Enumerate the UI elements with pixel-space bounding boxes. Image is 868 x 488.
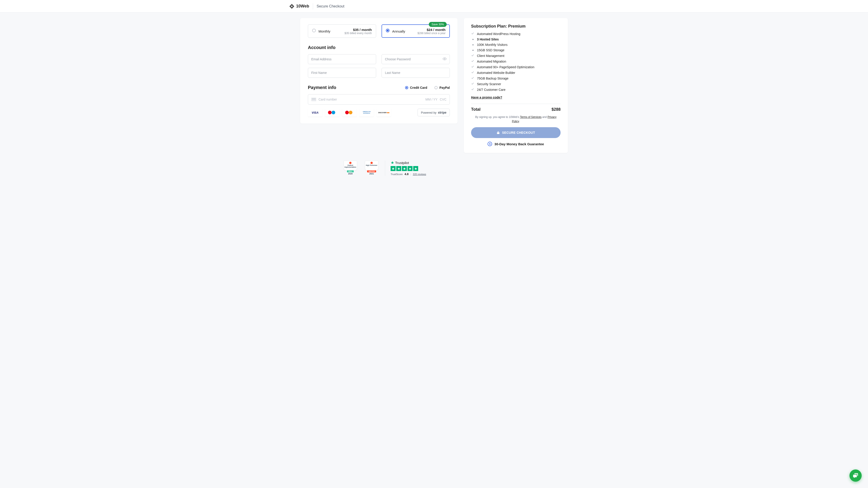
- password-field[interactable]: [381, 54, 450, 64]
- discover-icon: DISCOVER: [377, 108, 391, 117]
- account-section-title: Account info: [308, 45, 450, 50]
- checkout-form-card: Monthly $35 / month $35 billed every mon…: [300, 18, 458, 124]
- plan-annually-label: Annually: [392, 29, 405, 33]
- trustpilot-name: Trustpilot: [395, 161, 409, 165]
- page-title: Secure Checkout: [317, 4, 344, 8]
- card-cvc-placeholder: CVC: [440, 98, 446, 101]
- feature-item: 3 Hosted Sites: [471, 37, 561, 41]
- email-field[interactable]: [308, 54, 376, 64]
- amex-icon: AMERICANEXPRESS: [360, 108, 374, 117]
- trustpilot-stars: ★★★★★: [391, 166, 418, 171]
- first-name-field[interactable]: [308, 68, 376, 78]
- secure-checkout-button[interactable]: SECURE CHECKOUT: [471, 127, 561, 138]
- promo-code-link[interactable]: Have a promo code?: [471, 96, 502, 99]
- payment-method-label: PayPal: [439, 86, 450, 90]
- powered-by-stripe: Powered by stripe: [417, 109, 450, 116]
- stripe-prefix: Powered by: [421, 111, 436, 114]
- check-icon: [471, 32, 475, 36]
- feature-item: 24/7 Customer Care: [471, 88, 561, 92]
- legal-text: By signing up, you agree to 10Web's Term…: [471, 115, 561, 124]
- feature-item: Automated 90+ PageSpeed Optimization: [471, 65, 561, 69]
- g2-badge-fastest: Fastest Implementation FALL 2020: [342, 161, 358, 175]
- app-header: 10Web Secure Checkout: [0, 0, 868, 13]
- divider: [471, 104, 561, 104]
- star-icon: ★: [391, 161, 394, 165]
- bullet-icon: [471, 50, 475, 51]
- order-summary-card: Subscription Plan: Premium Automated Wor…: [464, 18, 568, 153]
- payment-method-label: Credit Card: [410, 86, 427, 90]
- trustscore-value: 4.8: [404, 172, 408, 176]
- bullet-icon: [471, 44, 475, 45]
- bullet-icon: [471, 39, 475, 40]
- plan-monthly-sub: $35 billed every month: [344, 32, 372, 35]
- payment-section-title: Payment info: [308, 85, 336, 90]
- check-icon: [471, 59, 475, 63]
- tos-link[interactable]: Terms of Services: [520, 116, 541, 119]
- checkout-label: SECURE CHECKOUT: [502, 131, 535, 134]
- check-icon: [471, 65, 475, 69]
- feature-item: Automated WordPress Hosting: [471, 32, 561, 36]
- g2-badge-performer: High Performer WINTER 2021: [364, 161, 379, 175]
- mastercard-icon: [342, 108, 357, 117]
- brand-name: 10Web: [296, 4, 309, 8]
- eye-icon[interactable]: [442, 57, 447, 62]
- feature-list: Automated WordPress Hosting3 Hosted Site…: [471, 32, 561, 92]
- svg-point-0: [444, 58, 445, 59]
- header-divider: [313, 3, 313, 9]
- plan-monthly[interactable]: Monthly $35 / month $35 billed every mon…: [308, 24, 376, 38]
- visa-icon: VISA: [308, 108, 322, 117]
- payment-method-credit-card[interactable]: Credit Card: [405, 86, 427, 90]
- trustpilot-widget[interactable]: ★Trustpilot ★★★★★ TrustScore 4.8 | 320 r…: [385, 161, 426, 176]
- guarantee-label: 30-Day Money Back Guarantee: [494, 142, 544, 146]
- check-icon: [471, 88, 475, 92]
- save-badge: Save 30%: [429, 22, 447, 27]
- trustscore-label: TrustScore: [391, 173, 403, 175]
- radio-checked-icon: [405, 86, 408, 89]
- card-expiry-placeholder: MM / YY: [426, 98, 437, 101]
- dollar-icon: $: [488, 142, 492, 146]
- lock-icon: [497, 131, 500, 134]
- total-label: Total: [471, 107, 480, 112]
- money-back-guarantee: $ 30-Day Money Back Guarantee: [471, 142, 561, 146]
- accepted-cards: VISA AMERICANEXPRESS DISCOVER: [308, 108, 391, 117]
- trustpilot-reviews-link[interactable]: 320 reviews: [413, 173, 426, 175]
- g2-icon: [349, 162, 351, 164]
- logo-icon: [289, 4, 294, 9]
- radio-checked-icon: [386, 29, 390, 32]
- feature-item: 100K Monthly Visitors: [471, 43, 561, 46]
- plan-monthly-price: $35 / month: [344, 28, 372, 32]
- check-icon: [471, 71, 475, 74]
- radio-unchecked-icon: [312, 29, 316, 32]
- total-value: $288: [552, 107, 561, 112]
- feature-item: Automated Migration: [471, 59, 561, 63]
- check-icon: [471, 82, 475, 86]
- svg-rect-1: [497, 133, 499, 134]
- feature-item: Security Scanner: [471, 82, 561, 86]
- card-placeholder: Card number: [318, 98, 423, 101]
- stripe-logo: stripe: [438, 111, 446, 114]
- plan-monthly-label: Monthly: [318, 29, 331, 33]
- check-icon: [471, 76, 475, 80]
- feature-item: 75GB Backup Storage: [471, 76, 561, 80]
- radio-unchecked-icon: [434, 86, 438, 89]
- g2-icon: [370, 162, 373, 164]
- maestro-icon: [325, 108, 340, 117]
- plan-title: Subscription Plan: Premium: [471, 24, 561, 29]
- payment-method-paypal[interactable]: PayPal: [434, 86, 450, 90]
- check-icon: [471, 54, 475, 58]
- plan-annually[interactable]: Save 30% Annually $24 / month $288 bille…: [381, 24, 450, 38]
- plan-annually-price: $24 / month: [417, 28, 445, 32]
- plan-annually-sub: $288 billed once a year: [417, 32, 445, 35]
- feature-item: 15GB SSD Storage: [471, 48, 561, 52]
- brand-logo[interactable]: 10Web: [289, 4, 309, 9]
- card-number-field[interactable]: Card number MM / YY CVC: [308, 94, 450, 105]
- card-icon: [311, 98, 316, 101]
- feature-item: Automated Website Builder: [471, 71, 561, 74]
- last-name-field[interactable]: [381, 68, 450, 78]
- feature-item: Client Management: [471, 54, 561, 58]
